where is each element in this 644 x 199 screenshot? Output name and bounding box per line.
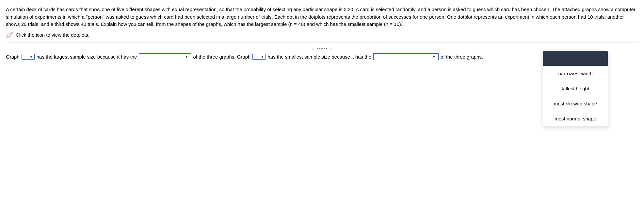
dropdown-menu-item-tallest-height[interactable]: tallest height xyxy=(543,81,608,96)
drag-handle[interactable] xyxy=(6,47,638,50)
dropdown-menu-item-most-normal-shape[interactable]: most normal shape xyxy=(543,111,608,126)
dropdown-menu-item-narrowest-width[interactable]: narrowest width xyxy=(543,66,608,81)
divider xyxy=(6,43,638,43)
text-middle: of the three graphs. Graph xyxy=(193,54,250,60)
dropdown-menu-item-most-skewed-shape[interactable]: most skewed shape xyxy=(543,96,608,111)
description-text: A certain deck of cards has cards that s… xyxy=(6,6,638,28)
feature-dropdown-1[interactable]: ▼ xyxy=(139,53,191,60)
drag-dot-4 xyxy=(324,48,325,49)
graph-dropdown-1[interactable]: ▼ xyxy=(22,54,35,60)
text-prefix: Graph xyxy=(6,54,20,60)
feature-dropdown-2-arrow: ▼ xyxy=(432,55,436,59)
graph-dropdown-2-arrow: ▼ xyxy=(261,55,264,59)
text-suffix: of the three graphs. xyxy=(441,54,483,60)
graph-dropdown-2[interactable]: ▼ xyxy=(252,54,266,60)
chart-icon[interactable]: 📈 xyxy=(6,31,13,39)
drag-dot-2 xyxy=(319,48,320,49)
feature-dropdown-2[interactable]: ▼ xyxy=(373,53,439,60)
main-container: A certain deck of cards has cards that s… xyxy=(0,0,644,60)
dropdown-menu-selected-item[interactable] xyxy=(543,51,608,66)
dropdown-menu: narrowest width tallest height most skew… xyxy=(543,51,608,126)
drag-dot-1 xyxy=(317,48,318,49)
icon-row: 📈 Click the icon to view the dotplots. xyxy=(6,31,638,39)
drag-handle-inner[interactable] xyxy=(313,47,331,50)
text-largest-label: has the largest sample size because it h… xyxy=(37,54,137,60)
icon-label: Click the icon to view the dotplots. xyxy=(16,32,89,38)
drag-dot-3 xyxy=(321,48,323,49)
feature-dropdown-1-arrow: ▼ xyxy=(185,55,188,59)
drag-dot-5 xyxy=(326,48,327,49)
graph-dropdown-1-arrow: ▼ xyxy=(30,55,33,59)
text-smallest-label: has the smallest sample size because it … xyxy=(267,54,371,60)
